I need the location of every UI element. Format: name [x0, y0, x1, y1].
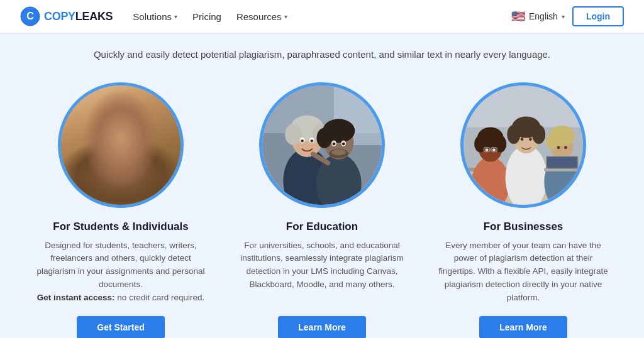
language-selector[interactable]: 🇺🇸 English ▾: [511, 9, 565, 23]
resources-chevron-icon: ▾: [284, 13, 287, 20]
svg-point-26: [113, 139, 117, 143]
svg-rect-85: [547, 157, 577, 168]
nav-solutions[interactable]: Solutions ▾: [133, 11, 177, 22]
nav-right: 🇺🇸 English ▾ Login: [511, 6, 624, 26]
education-card-title: For Education: [286, 221, 358, 233]
svg-rect-4: [61, 109, 180, 114]
svg-point-62: [474, 135, 486, 152]
svg-point-74: [521, 138, 524, 141]
education-card-desc: For universities, schools, and education…: [234, 239, 410, 292]
svg-point-72: [507, 124, 520, 143]
logo-icon: C: [20, 6, 40, 26]
svg-point-43: [310, 139, 313, 142]
navigation-bar: C COPYLEAKS Solutions ▾ Pricing Resource…: [0, 0, 644, 33]
svg-rect-3: [61, 145, 180, 205]
businesses-card-title: For Businesses: [484, 221, 564, 233]
solutions-chevron-icon: ▾: [174, 13, 177, 20]
businesses-card-desc: Every member of your team can have the p…: [435, 239, 611, 305]
svg-rect-6: [61, 128, 180, 133]
svg-point-64: [486, 148, 489, 151]
svg-point-79: [546, 133, 558, 149]
svg-rect-5: [61, 119, 180, 124]
cards-container: For Students & Individuals Designed for …: [25, 82, 619, 339]
education-image-circle: [259, 82, 385, 208]
svg-point-51: [342, 142, 345, 145]
students-card-title: For Students & Individuals: [53, 221, 188, 233]
svg-point-81: [564, 146, 567, 149]
svg-rect-8: [72, 110, 74, 118]
students-image-circle: [58, 82, 184, 208]
language-label: English: [529, 11, 558, 21]
svg-point-17: [102, 117, 140, 160]
svg-rect-7: [67, 110, 71, 118]
svg-rect-10: [80, 110, 84, 118]
education-image: [262, 85, 382, 205]
logo[interactable]: C COPYLEAKS: [20, 6, 113, 26]
nav-resources[interactable]: Resources ▾: [236, 11, 287, 22]
students-get-started-button[interactable]: Get Started: [77, 316, 164, 338]
svg-point-53: [331, 149, 346, 155]
svg-point-21: [101, 116, 118, 133]
language-chevron-icon: ▾: [562, 13, 565, 20]
svg-point-65: [492, 148, 496, 151]
logo-text: COPYLEAKS: [44, 10, 113, 23]
svg-point-20: [129, 122, 150, 143]
education-learn-more-button[interactable]: Learn More: [278, 316, 365, 338]
svg-rect-31: [95, 164, 147, 178]
svg-point-80: [557, 146, 560, 149]
svg-rect-30: [95, 164, 147, 178]
svg-rect-9: [75, 110, 80, 118]
svg-point-16: [92, 145, 149, 205]
svg-rect-28: [91, 178, 151, 183]
svg-rect-14: [153, 110, 158, 118]
svg-point-75: [529, 138, 532, 141]
svg-point-38: [285, 123, 302, 144]
businesses-image-circle: [460, 82, 586, 208]
svg-text:C: C: [26, 11, 34, 21]
svg-point-27: [125, 139, 129, 143]
svg-point-73: [532, 124, 545, 143]
svg-point-25: [124, 136, 130, 143]
nav-links: Solutions ▾ Pricing Resources ▾: [133, 11, 511, 22]
svg-point-18: [98, 111, 143, 144]
svg-point-63: [494, 135, 506, 152]
svg-point-22: [125, 116, 142, 133]
businesses-image: [464, 85, 583, 205]
nav-pricing[interactable]: Pricing: [192, 11, 221, 22]
svg-point-23: [111, 111, 130, 130]
svg-rect-12: [143, 110, 148, 118]
svg-point-24: [112, 136, 118, 143]
card-students: For Students & Individuals Designed for …: [33, 82, 209, 339]
main-content: Quickly and easily detect potential plag…: [0, 33, 644, 338]
flag-icon: 🇺🇸: [511, 9, 525, 23]
svg-rect-29: [94, 163, 148, 180]
svg-rect-2: [61, 85, 180, 205]
page-subtitle: Quickly and easily detect potential plag…: [25, 48, 619, 62]
students-card-desc: Designed for students, teachers, writers…: [33, 239, 209, 305]
svg-rect-11: [139, 110, 143, 118]
login-button[interactable]: Login: [572, 6, 624, 26]
svg-point-19: [91, 122, 113, 143]
svg-point-47: [316, 128, 332, 148]
students-image: [61, 85, 180, 205]
card-education: For Education For universities, schools,…: [234, 82, 410, 339]
svg-point-50: [333, 142, 336, 145]
svg-point-15: [92, 136, 149, 204]
card-businesses: For Businesses Every member of your team…: [435, 82, 611, 339]
svg-point-42: [301, 139, 304, 142]
businesses-learn-more-button[interactable]: Learn More: [479, 316, 567, 338]
svg-rect-13: [150, 110, 153, 118]
